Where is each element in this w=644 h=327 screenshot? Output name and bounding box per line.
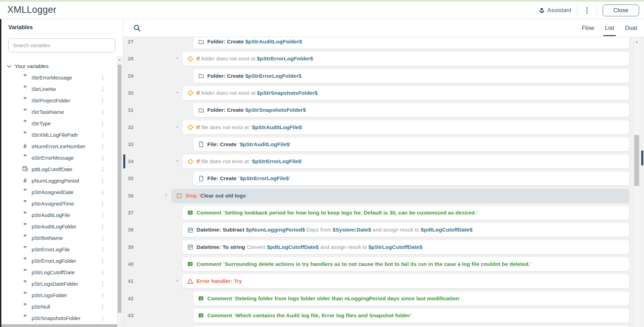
variable-list-item[interactable]: ” iStrXMLLogFilePath ⋮ <box>1 129 116 141</box>
variable-menu-button[interactable]: ⋮ <box>99 281 106 287</box>
variable-menu-button[interactable]: ⋮ <box>99 178 106 184</box>
variable-list-item[interactable]: ” pStrBotName ⋮ <box>1 232 116 244</box>
variable-menu-button[interactable]: ⋮ <box>99 258 106 264</box>
variable-list-item[interactable]: ” iStrLineNo ⋮ <box>1 83 116 95</box>
variable-list-item[interactable]: # oNumErrorLineNumber ⋮ <box>1 141 116 152</box>
variable-list-item[interactable]: ” pStrAuditLogFolder ⋮ <box>1 221 116 232</box>
your-variables-group[interactable]: Your variables <box>7 63 49 69</box>
header-menu-button[interactable] <box>583 5 591 16</box>
variable-menu-button[interactable]: ⋮ <box>99 315 106 321</box>
variable-name: pStrAuditLogFolder <box>32 224 99 229</box>
variable-menu-button[interactable]: ⋮ <box>99 292 106 299</box>
action-row[interactable]: Datetime: To string Convert $pdtLogCutof… <box>183 240 629 254</box>
datetime-icon <box>187 244 193 250</box>
action-row[interactable]: Comment “Which contains the Audit log fi… <box>193 309 629 322</box>
action-row[interactable]: If file does not exist at “$pStrErrorLog… <box>183 154 629 168</box>
variable-menu-button[interactable]: ⋮ <box>99 224 106 230</box>
variables-panel: Variables Your variables ” iStrErrorMess… <box>1 19 123 327</box>
string-type-icon: ” <box>23 86 27 92</box>
view-tabs: FlowListDual <box>581 19 638 37</box>
variable-list-item[interactable]: ” iStrErrorMessage ⋮ <box>1 72 116 83</box>
string-type-icon: ” <box>23 316 27 321</box>
action-text: Error handler: Try <box>196 278 242 284</box>
variable-menu-button[interactable]: ⋮ <box>99 304 106 310</box>
collapse-chevron-icon[interactable]: ▾ <box>176 159 178 163</box>
variable-list-item[interactable]: pdtLogCutoffDate ⋮ <box>1 164 116 175</box>
row-number: 28 <box>128 56 142 61</box>
variables-vertical-scrollbar[interactable]: ▲ <box>117 57 122 325</box>
page-title: XMLLogger <box>7 5 56 15</box>
collapse-chevron-icon[interactable]: ▾ <box>165 193 167 197</box>
action-row[interactable]: Comment “Surrounding delete actions in t… <box>183 257 629 271</box>
variable-menu-button[interactable]: ⋮ <box>99 166 106 173</box>
variable-list-item[interactable]: ” iStrType ⋮ <box>1 118 116 129</box>
variable-list-item[interactable]: ” pStrSnapshotsFolder ⋮ <box>1 312 116 324</box>
row-number: 34 <box>128 158 142 164</box>
variable-list-item[interactable]: ” pStrLogCutoffDate ⋮ <box>1 267 116 278</box>
close-button[interactable]: Close <box>603 5 639 16</box>
variable-menu-button[interactable]: ⋮ <box>99 143 106 150</box>
tab-dual[interactable]: Dual <box>624 23 638 33</box>
collapse-chevron-icon[interactable]: ▾ <box>176 125 178 129</box>
variable-list-item[interactable]: ” pStrAssignedDate ⋮ <box>1 186 116 198</box>
action-row[interactable]: Comment “Deleting folder from logs folde… <box>193 292 629 305</box>
variable-menu-button[interactable]: ⋮ <box>99 246 106 253</box>
variable-menu-button[interactable]: ⋮ <box>99 120 106 127</box>
variable-menu-button[interactable]: ⋮ <box>99 86 106 92</box>
collapse-chevron-icon[interactable]: ▾ <box>176 279 178 283</box>
variable-menu-button[interactable]: ⋮ <box>99 201 106 207</box>
variable-list-item[interactable]: ” iStrTaskName ⋮ <box>1 106 116 118</box>
tab-flow[interactable]: Flow <box>581 23 595 33</box>
action-row[interactable]: Comment “Setting lookback period for how… <box>183 206 629 220</box>
variable-menu-button[interactable]: ⋮ <box>99 98 106 104</box>
action-row[interactable]: If folder does not exist at $pStrSnapsho… <box>183 86 629 100</box>
string-type-icon: ” <box>23 270 27 275</box>
variable-list-item[interactable]: ” pStrAuditLogFile ⋮ <box>1 209 116 221</box>
action-row[interactable]: If folder does not exist at $pStrErrorLo… <box>183 52 629 66</box>
variable-menu-button[interactable]: ⋮ <box>99 212 106 218</box>
variable-menu-button[interactable]: ⋮ <box>99 189 106 195</box>
search-variables-input[interactable] <box>8 38 115 52</box>
variable-menu-button[interactable]: ⋮ <box>99 132 106 138</box>
collapse-chevron-icon[interactable]: ▾ <box>176 91 178 94</box>
variable-list-item[interactable]: ” pStrAssignedTime ⋮ <box>1 198 116 209</box>
variable-menu-button[interactable]: ⋮ <box>99 109 106 115</box>
variable-list-item[interactable]: ” pStrLogsDateFolder ⋮ <box>1 278 116 290</box>
variable-menu-button[interactable]: ⋮ <box>99 155 106 161</box>
variable-menu-button[interactable]: ⋮ <box>99 269 106 276</box>
search-icon[interactable] <box>133 24 141 34</box>
action-row[interactable]: Error handler: Try <box>183 274 629 288</box>
action-row[interactable]: Folder: Create $pStrSnapshotsFolder$ <box>193 103 629 117</box>
variable-list-item[interactable]: ” pStrLogsFolder ⋮ <box>1 290 116 301</box>
action-row[interactable]: File: Create “$pStrErrorLogFile$” <box>193 171 629 185</box>
variable-list-item[interactable]: # pNumLoggingPeriod ⋮ <box>1 175 116 186</box>
variable-list-item[interactable]: ” oStrErrorMessage ⋮ <box>1 152 116 164</box>
variable-list-item[interactable]: ” iStrProjectFolder ⋮ <box>1 95 116 106</box>
page-scrollbar-thumb[interactable] <box>641 150 643 166</box>
action-row[interactable]: Datetime: Subtract $pNumLoggingPeriod$ D… <box>183 223 629 237</box>
variable-list-item[interactable]: ” pStrNull ⋮ <box>1 301 116 312</box>
action-row[interactable]: File: Create “$pStrAuditLogFile$” <box>193 137 629 151</box>
variable-list-item[interactable]: ” pStrErrorLogFolder ⋮ <box>1 255 116 267</box>
variables-scrollbar-thumb[interactable] <box>118 65 122 313</box>
if-diamond-icon <box>187 56 193 62</box>
variable-name: oNumErrorLineNumber <box>32 143 99 149</box>
scroll-up-icon[interactable]: ▲ <box>634 40 640 43</box>
variable-menu-button[interactable]: ⋮ <box>99 235 106 241</box>
variable-menu-button[interactable]: ⋮ <box>99 75 106 81</box>
action-row[interactable]: Folder: Create $pStrErrorLogFolder$ <box>193 69 629 83</box>
variables-horizontal-scrollbar[interactable] <box>1 324 123 327</box>
collapse-chevron-icon[interactable]: ▾ <box>176 56 178 60</box>
variable-list-item[interactable]: ” pStrErrorLogFile ⋮ <box>1 244 116 255</box>
actions-scrollbar-thumb[interactable] <box>634 135 639 186</box>
tab-list[interactable]: List <box>604 23 615 33</box>
action-row[interactable]: If file does not exist at “$pStrAuditLog… <box>183 120 629 134</box>
action-row[interactable]: Step “Clear out old logs” <box>172 189 629 203</box>
action-row[interactable] <box>193 326 629 327</box>
scroll-up-icon[interactable]: ▲ <box>117 58 122 61</box>
header-actions: Assistant Close <box>539 2 639 19</box>
actions-vertical-scrollbar[interactable]: ▲ <box>633 37 640 327</box>
variables-hscrollbar-thumb[interactable] <box>1 324 117 327</box>
action-row[interactable]: Folder: Create $pStrAuditLogFolder$ <box>193 37 629 49</box>
assistant-button[interactable]: Assistant <box>539 7 571 14</box>
